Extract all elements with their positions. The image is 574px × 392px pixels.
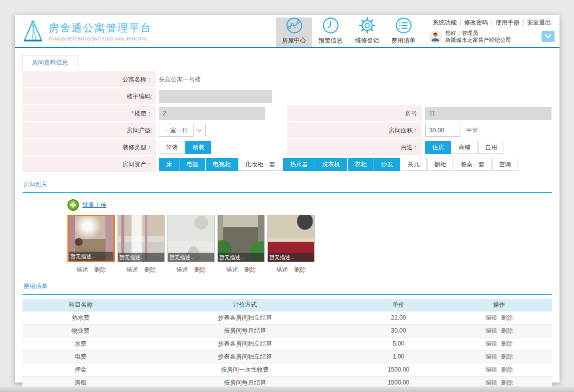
delete-link[interactable]: 删除 [500, 353, 514, 360]
edit-link[interactable]: 编辑 [484, 366, 498, 373]
fee-price: 5.00 [351, 337, 446, 350]
tent-logo-icon [22, 19, 44, 42]
fees-section-title: 费用清单 [22, 279, 552, 295]
asset-air-conditioner[interactable]: 空调 [492, 158, 518, 171]
link-change-password[interactable]: 修改密码 [460, 19, 492, 26]
asset-cupboard[interactable]: 橱柜 [427, 158, 453, 171]
list-icon [394, 16, 413, 35]
nav-item-warning-info[interactable]: 预警信息 [313, 17, 348, 47]
area-field[interactable] [425, 124, 461, 137]
avatar [429, 30, 442, 43]
usage-option-shop[interactable]: 商铺 [452, 141, 478, 154]
window-bottom-edge [0, 387, 574, 392]
decoration-option-simple[interactable]: 简装 [159, 141, 185, 154]
room-no-label: 房号: [287, 105, 422, 121]
fee-price: 30.00 [351, 324, 446, 337]
fee-method: 按房间每月结算 [139, 324, 351, 337]
photo-caption: 暂无描述... [268, 253, 314, 262]
col-header-subject: 科目名称 [22, 299, 139, 311]
batch-upload-link[interactable]: 批量上传 [82, 201, 106, 209]
photo-thumbnail[interactable]: 暂无描述... [167, 215, 215, 262]
tab-room-info[interactable]: 房间资料信息 [22, 55, 77, 69]
table-row: 热水费 抄表各房间独立结算 22.00 编辑 删除 [22, 311, 552, 324]
usage-option-residence[interactable]: 住房 [425, 141, 451, 154]
asset-dining-set[interactable]: 餐桌一套 [454, 158, 492, 171]
header-dropdown-button[interactable] [542, 31, 555, 42]
delete-link[interactable]: 删除 [500, 366, 514, 373]
room-type-label: 房间户型: [22, 122, 156, 138]
edit-link[interactable]: 编辑 [484, 353, 498, 360]
decoration-option-fine[interactable]: 精装 [185, 141, 211, 154]
app-title: 房舍通公寓管理平台 [48, 21, 152, 35]
area-label: 房间面积： [287, 122, 422, 138]
photo-describe-link[interactable]: 描述 [76, 266, 88, 274]
asset-sofa[interactable]: 沙发 [374, 158, 400, 171]
floor-field [159, 107, 265, 120]
col-header-unit-price: 单价 [351, 299, 446, 311]
photo-card-bathroom: 暂无描述... 描述 删除 [167, 215, 215, 274]
photo-gallery: 暂无描述... 描述 删除 暂无描述... 描述 删除 暂无描述... 描述 删… [67, 215, 560, 274]
link-safe-logout[interactable]: 安全退出 [523, 19, 555, 26]
photo-delete-link[interactable]: 删除 [294, 266, 306, 274]
edit-link[interactable]: 编辑 [484, 327, 498, 334]
fee-method: 按房间一次性收费 [139, 363, 351, 376]
photo-delete-link[interactable]: 删除 [194, 266, 206, 274]
edit-link[interactable]: 编辑 [484, 379, 498, 386]
asset-tv-cabinet[interactable]: 电视柜 [206, 158, 238, 171]
photos-section-title: 房间照片 [22, 177, 552, 193]
photo-delete-link[interactable]: 删除 [94, 266, 106, 274]
table-row: 电费 抄表各房间独立结算 1.00 编辑 删除 [22, 350, 552, 363]
photo-delete-link[interactable]: 删除 [144, 266, 156, 274]
asset-washing-machine[interactable]: 洗衣机 [315, 158, 347, 171]
asset-wardrobe[interactable]: 衣柜 [348, 158, 374, 171]
photo-delete-link[interactable]: 删除 [244, 266, 256, 274]
photo-card-kitchen: 暂无描述... 描述 删除 [267, 215, 315, 274]
table-row: 水费 抄表各房间独立结算 5.00 编辑 删除 [22, 337, 552, 350]
fee-table-header-row: 科目名称 计价方式 单价 操作 [22, 299, 552, 311]
link-system-functions[interactable]: 系统功能 [429, 19, 460, 26]
nav-item-repair-register[interactable]: 维修登记 [349, 17, 385, 47]
nav-item-house-center[interactable]: 房屋中心 [276, 17, 312, 47]
fee-price: 1.00 [351, 350, 446, 363]
app-subtitle: FANGSHETONGGONGYUGUANLIPINGTAI [48, 36, 152, 41]
photo-describe-link[interactable]: 描述 [226, 266, 238, 274]
decoration-toggle-group: 简装 精装 [159, 141, 211, 154]
nav-label: 维修登记 [355, 36, 379, 45]
asset-tea-table[interactable]: 茶几 [401, 158, 427, 171]
room-type-value: 一室一厅 [159, 126, 193, 135]
table-row: 押金 按房间一次性收费 1500.00 编辑 删除 [22, 363, 552, 376]
photo-thumbnail[interactable]: 暂无描述... [67, 215, 115, 262]
photo-thumbnail[interactable]: 暂无描述... [267, 215, 315, 262]
main-window: 房舍通公寓管理平台 FANGSHETONGGONGYUGUANLIPINGTAI [15, 15, 560, 383]
asset-water-heater[interactable]: 热水器 [283, 158, 315, 171]
apartment-name-value: 头宫公寓一号楼 [156, 71, 552, 87]
edit-link[interactable]: 编辑 [484, 340, 498, 347]
delete-link[interactable]: 删除 [500, 314, 514, 321]
table-row: 物业费 按房间每月结算 30.00 编辑 删除 [22, 324, 552, 337]
clock-icon [321, 16, 340, 35]
delete-link[interactable]: 删除 [500, 340, 514, 347]
batch-upload-plus-icon[interactable] [67, 199, 79, 211]
asset-tv[interactable]: 电视 [179, 158, 205, 171]
photo-thumbnail[interactable]: 暂无描述... [217, 215, 265, 262]
fee-name: 押金 [22, 363, 139, 376]
photo-describe-link[interactable]: 描述 [126, 266, 138, 274]
room-no-field [425, 107, 552, 120]
link-user-manual[interactable]: 使用手册 [492, 19, 523, 26]
photo-describe-link[interactable]: 描述 [276, 266, 288, 274]
photo-describe-link[interactable]: 描述 [176, 266, 188, 274]
fee-price: 1500.00 [351, 363, 446, 376]
user-greeting: 您好，管理员 [445, 29, 511, 36]
delete-link[interactable]: 删除 [500, 379, 514, 386]
delete-link[interactable]: 删除 [500, 327, 514, 334]
nav-label: 预警信息 [319, 36, 343, 45]
usage-option-self-use[interactable]: 自用 [478, 141, 504, 154]
nav-item-fee-list[interactable]: 费用清单 [386, 17, 421, 47]
room-type-select[interactable]: 一室一厅 [159, 124, 206, 137]
chevron-down-icon [193, 124, 205, 137]
photo-thumbnail[interactable]: 暂无描述... [117, 215, 165, 262]
photo-caption: 暂无描述... [218, 253, 264, 262]
asset-bed[interactable]: 床 [159, 158, 179, 171]
asset-dresser-set[interactable]: 化妆柜一套 [238, 158, 282, 171]
edit-link[interactable]: 编辑 [484, 314, 498, 321]
